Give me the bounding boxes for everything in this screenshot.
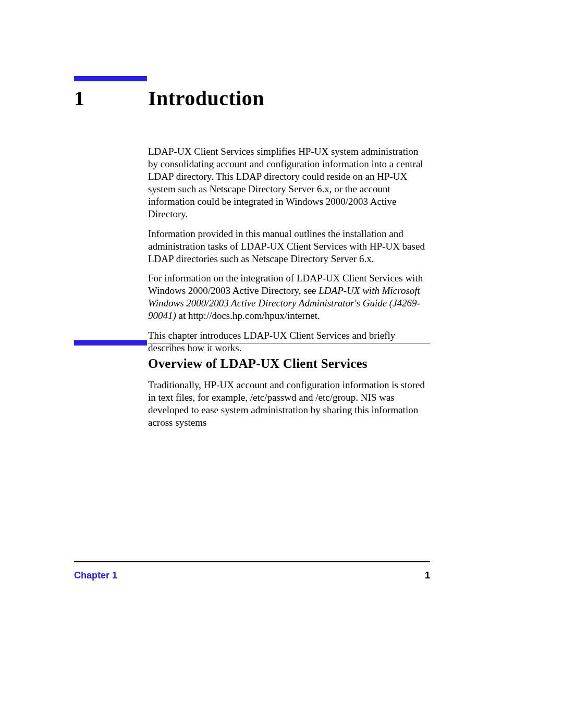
section-rule-line <box>148 343 430 343</box>
chapter-rule <box>74 76 147 81</box>
chapter-number: 1 <box>74 86 85 110</box>
section-paragraph-1: Traditionally, HP-UX account and configu… <box>148 379 430 429</box>
page: 1 Introduction LDAP-UX Client Services s… <box>0 0 563 728</box>
intro-text: LDAP-UX Client Services simplifies HP-UX… <box>148 145 430 362</box>
footer-page-number: 1 <box>425 570 430 581</box>
footer-chapter-label: Chapter 1 <box>74 570 117 581</box>
section-body: Traditionally, HP-UX account and configu… <box>148 379 430 436</box>
chapter-title: Introduction <box>148 86 264 110</box>
intro-paragraph-4: This chapter introduces LDAP-UX Client S… <box>148 329 430 354</box>
section-rule-accent <box>74 340 147 346</box>
footer-rule <box>74 561 430 562</box>
intro-paragraph-2: Information provided in this manual outl… <box>148 228 430 265</box>
section-heading: Overview of LDAP-UX Client Services <box>148 356 368 371</box>
intro-paragraph-1: LDAP-UX Client Services simplifies HP-UX… <box>148 145 430 220</box>
intro-paragraph-3: For information on the integration of LD… <box>148 272 430 322</box>
intro-p3-tail: at http://docs.hp.com/hpux/internet. <box>176 310 320 321</box>
